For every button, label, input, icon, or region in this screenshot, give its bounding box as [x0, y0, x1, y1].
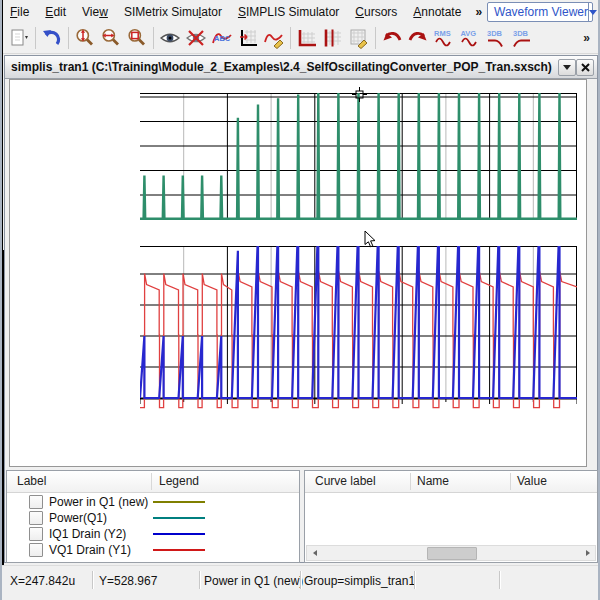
status-y-readout: Y=528.967 — [99, 574, 157, 588]
label-curve-icon: ABC — [211, 27, 233, 49]
legend-row-iq1-drain-y2[interactable]: IQ1 Drain (Y2) — [7, 526, 299, 542]
toolbar-separator — [375, 27, 376, 49]
menu-overflow-chevron-icon[interactable]: » — [469, 5, 488, 19]
add-grid-icon — [296, 27, 318, 49]
delete-curve-button[interactable] — [261, 25, 287, 51]
toolbar-separator — [35, 27, 36, 49]
3db-highpass-button[interactable]: 3DB — [509, 25, 535, 51]
menu-edit[interactable]: Edit — [37, 2, 74, 22]
3db-lowpass-button[interactable]: 3DB — [483, 25, 509, 51]
zoom-y-axis-icon — [74, 27, 96, 49]
window-menu-button[interactable] — [558, 59, 576, 76]
zoom-rectangle-button[interactable] — [124, 25, 150, 51]
avg-measure-icon: AVG — [459, 27, 481, 49]
stack-grids-button[interactable] — [320, 25, 346, 51]
column-divider — [510, 473, 511, 490]
window-close-button[interactable] — [576, 59, 594, 76]
curve-visibility-checkbox[interactable] — [29, 527, 43, 541]
status-divider — [499, 571, 500, 589]
curve-label: Power(Q1) — [49, 511, 107, 525]
menu-annotate[interactable]: Annotate — [405, 2, 469, 22]
add-grid-button[interactable] — [294, 25, 320, 51]
menu-bar: FileEditViewSIMetrix SimulatorSIMPLIS Si… — [2, 0, 598, 23]
3db-lowpass-icon: 3DB — [485, 27, 507, 49]
curve-visibility-checkbox[interactable] — [29, 495, 43, 509]
hide-curve-button[interactable] — [183, 25, 209, 51]
viewer-mode-combobox[interactable]: Waveform Viewer — [487, 2, 593, 22]
svg-text:3DB: 3DB — [513, 29, 529, 38]
grid-select-bar — [2, 125, 3, 250]
toolbar-separator — [153, 27, 154, 49]
scroll-left-button[interactable] — [307, 547, 322, 558]
zoom-rectangle-icon — [126, 27, 148, 49]
column-header-value[interactable]: Value — [517, 474, 547, 488]
document-title-bar[interactable]: simplis_tran1 (C:\Training\Module_2_Exam… — [5, 56, 597, 79]
zoom-x-axis-icon — [100, 27, 122, 49]
status-divider — [199, 571, 200, 589]
zoom-x-axis-button[interactable] — [98, 25, 124, 51]
curve-visibility-checkbox[interactable] — [29, 511, 43, 525]
column-header-curve-label[interactable]: Curve label — [315, 474, 376, 488]
delete-curve-icon — [263, 27, 285, 49]
status-divider — [300, 571, 301, 589]
toolbar-separator — [290, 27, 291, 49]
curve-label: Power in Q1 (new) — [49, 495, 148, 509]
move-curve-axis-button[interactable] — [235, 25, 261, 51]
status-group: Group=simplis_tran1 — [304, 574, 415, 588]
curve-visibility-checkbox[interactable] — [29, 543, 43, 557]
column-header-name[interactable]: Name — [417, 474, 449, 488]
triangle-right-icon — [586, 550, 590, 556]
menu-cursors[interactable]: Cursors — [347, 2, 405, 22]
next-curve-icon — [407, 27, 429, 49]
3db-highpass-icon: 3DB — [511, 27, 533, 49]
avg-measure-button[interactable]: AVG — [457, 25, 483, 51]
toolbar: ABCRMSAVG3DB3DB» — [2, 23, 598, 54]
status-bar: X=247.842u Y=528.967 Power in Q1 (new) G… — [2, 565, 598, 600]
hide-curve-icon — [185, 27, 207, 49]
scrollbar-thumb[interactable] — [427, 547, 477, 560]
svg-text:AVG: AVG — [461, 29, 477, 38]
menu-file[interactable]: File — [2, 2, 37, 22]
toolbar-overflow-chevron-icon[interactable]: » — [583, 31, 590, 45]
toolbar-separator — [68, 27, 69, 49]
stack-grids-icon — [322, 27, 344, 49]
chevron-down-icon — [563, 65, 571, 70]
previous-curve-icon — [381, 27, 403, 49]
menu-view[interactable]: View — [74, 2, 116, 22]
column-header-label[interactable]: Label — [17, 474, 46, 488]
viewer-mode-value: Waveform Viewer — [488, 5, 588, 19]
rms-measure-button[interactable]: RMS — [431, 25, 457, 51]
combo-dropdown-button[interactable] — [588, 3, 597, 21]
curve-label: VQ1 Drain (Y1) — [49, 543, 131, 557]
legend-row-power-q1[interactable]: Power(Q1) — [7, 510, 299, 526]
status-x-readout: X=247.842u — [10, 574, 75, 588]
legend-color-line — [153, 501, 205, 503]
waveform-plot-area[interactable] — [9, 79, 587, 467]
previous-curve-button[interactable] — [379, 25, 405, 51]
menu-simplis-simulator[interactable]: SIMPLIS Simulator — [230, 2, 347, 22]
svg-text:3DB: 3DB — [487, 29, 503, 38]
close-icon — [581, 63, 590, 72]
menu-simetrix-simulator[interactable]: SIMetrix Simulator — [116, 2, 230, 22]
curve-label: IQ1 Drain (Y2) — [49, 527, 126, 541]
chevron-down-icon — [589, 10, 597, 15]
status-divider — [92, 571, 93, 589]
status-selected-curve: Power in Q1 (new) — [204, 574, 303, 588]
edit-grid-button[interactable] — [346, 25, 372, 51]
new-graph-button[interactable] — [6, 25, 32, 51]
undo-icon — [41, 27, 63, 49]
show-curve-button[interactable] — [157, 25, 183, 51]
legend-row-power-in-q1-new[interactable]: Power in Q1 (new) — [7, 494, 299, 510]
column-header-legend[interactable]: Legend — [159, 474, 199, 488]
label-curve-button[interactable]: ABC — [209, 25, 235, 51]
horizontal-scrollbar[interactable] — [306, 545, 596, 561]
measurement-panel: Curve label Name Value — [304, 470, 598, 563]
curve-legend-panel: Label Legend Power in Q1 (new)Power(Q1)I… — [6, 470, 300, 563]
undo-button[interactable] — [39, 25, 65, 51]
zoom-y-axis-button[interactable] — [72, 25, 98, 51]
measurement-panel-header: Curve label Name Value — [305, 471, 597, 493]
legend-row-vq1-drain-y1[interactable]: VQ1 Drain (Y1) — [7, 542, 299, 558]
scroll-right-button[interactable] — [580, 547, 595, 558]
next-curve-button[interactable] — [405, 25, 431, 51]
document-title: simplis_tran1 (C:\Training\Module_2_Exam… — [5, 60, 552, 74]
